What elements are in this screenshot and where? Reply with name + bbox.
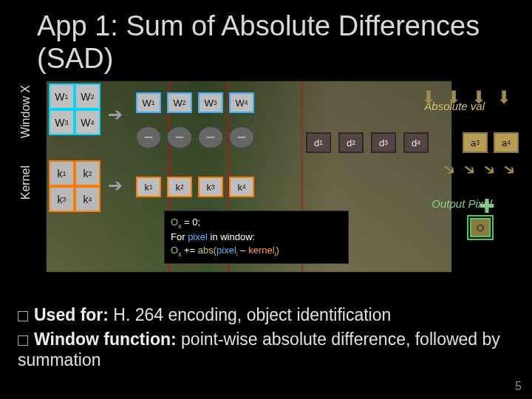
diag-arrow-row: ➔ ➔ ➔ ➔ xyxy=(443,160,516,178)
kernel-cell: k1 xyxy=(136,177,161,197)
window-cell: W1 xyxy=(136,92,161,113)
kernel-cell: k2 xyxy=(75,160,100,186)
output-cell: O xyxy=(470,218,491,237)
arrow-diag-icon: ➔ xyxy=(480,159,500,180)
window-cell: W2 xyxy=(75,83,100,109)
minus-icon: − xyxy=(229,126,254,149)
bullet-item: Window function: point-wise absolute dif… xyxy=(18,329,517,372)
window-cell: W1 xyxy=(49,83,75,109)
diff-cell: d3 xyxy=(371,132,396,153)
arrow-down-icon: ⬇ xyxy=(446,87,461,108)
window-cell: W2 xyxy=(167,92,192,113)
window-cell: W3 xyxy=(198,92,223,113)
kernel-cell: k4 xyxy=(229,177,254,197)
label-kernel: Kernel xyxy=(19,166,33,200)
bullet-icon xyxy=(18,311,28,321)
code-line: Ox = 0; xyxy=(171,216,342,231)
arrow-down-icon: ⬇ xyxy=(421,87,436,108)
window-cell: W4 xyxy=(229,92,254,113)
abs-row: a3 a4 xyxy=(463,132,519,153)
slide-title: App 1: Sum of Absolute Differences (SAD) xyxy=(0,0,532,81)
minus-icon: − xyxy=(198,126,223,149)
arrow-down-icon: ⬇ xyxy=(497,87,511,108)
window-row: W1 W2 W3 W4 xyxy=(136,92,254,113)
code-line: Ox += abs(pixeli – kerneli) xyxy=(171,244,342,259)
page-number: 5 xyxy=(515,380,522,393)
diff-cell: d1 xyxy=(306,132,331,153)
kernel-row: k1 k2 k3 k4 xyxy=(136,177,254,197)
kernel-cell: k4 xyxy=(75,186,100,212)
arrow-right-icon: ➔ xyxy=(108,104,123,125)
window-cell: W4 xyxy=(75,109,100,135)
diagram-area: Window X Kernel W1 W2 W3 W4 k1 k2 k3 k4 … xyxy=(10,81,522,276)
label-output-pixel: Output Pixel xyxy=(432,197,492,210)
bullet-icon xyxy=(18,335,28,346)
kernel-cell: k2 xyxy=(167,177,192,197)
kernel-cell: k1 xyxy=(49,160,75,186)
code-line: For pixel in window: xyxy=(171,231,342,244)
arrow-diag-icon: ➔ xyxy=(460,159,480,180)
diff-cell: d2 xyxy=(338,132,364,153)
label-window-x: Window X xyxy=(19,85,33,138)
window-x-grid: W1 W2 W3 W4 xyxy=(49,83,100,135)
minus-icon: − xyxy=(136,126,161,149)
arrow-down-icon: ⬇ xyxy=(471,87,486,108)
kernel-cell: k3 xyxy=(49,186,75,212)
diff-cell: d4 xyxy=(403,132,429,153)
bullet-list: Used for: H. 264 encoding, object identi… xyxy=(18,304,517,374)
kernel-cell: k3 xyxy=(198,177,223,197)
abs-cell: a3 xyxy=(463,132,488,153)
window-cell: W3 xyxy=(49,109,75,135)
bullet-item: Used for: H. 264 encoding, object identi… xyxy=(18,304,517,326)
output-pixel-box: O xyxy=(467,215,494,240)
arrow-right-icon: ➔ xyxy=(108,175,123,196)
abs-cell: a4 xyxy=(494,132,519,153)
minus-icon: − xyxy=(167,126,192,149)
minus-row: − − − − xyxy=(136,126,254,149)
pseudocode-box: Ox = 0; For pixel in window: Ox += abs(p… xyxy=(164,211,349,264)
diff-row: d1 d2 d3 d4 xyxy=(306,132,429,153)
kernel-grid: k1 k2 k3 k4 xyxy=(49,160,100,212)
arrow-diag-icon: ➔ xyxy=(499,159,520,180)
